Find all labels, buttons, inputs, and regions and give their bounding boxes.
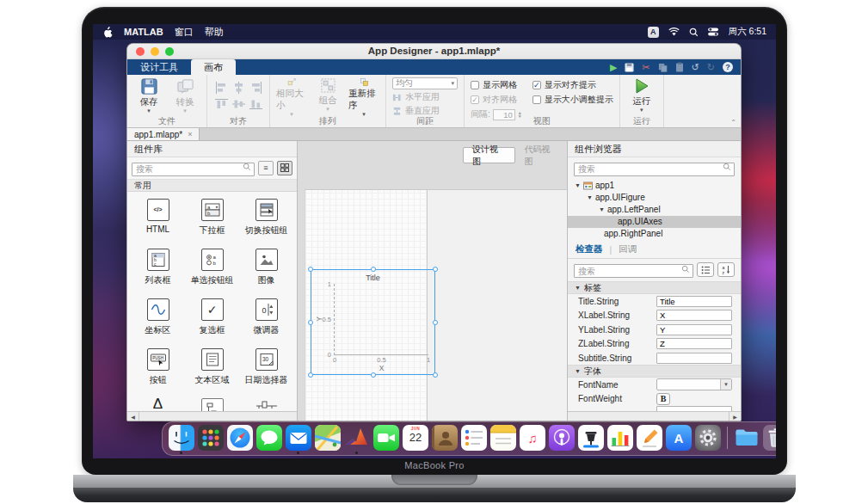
dock-item-trash[interactable] bbox=[763, 425, 776, 454]
title-string-input[interactable] bbox=[656, 296, 732, 307]
dock-item-mail[interactable] bbox=[286, 425, 311, 454]
component-partial-tree[interactable] bbox=[185, 398, 239, 412]
collapse-toolstrip-icon[interactable]: ⌃ bbox=[730, 119, 736, 126]
control-center-icon[interactable] bbox=[708, 28, 719, 36]
code-view-button[interactable]: 代码视图 bbox=[515, 147, 568, 163]
browser-search-input[interactable] bbox=[574, 163, 735, 176]
menubar-item-help[interactable]: 帮助 bbox=[205, 26, 224, 39]
library-section-common[interactable]: 常用 bbox=[127, 179, 297, 192]
dock-item-maps[interactable] bbox=[315, 425, 341, 454]
subtitle-string-input[interactable] bbox=[656, 353, 732, 364]
uiaxes-selection[interactable]: Title 1 0.5 0 0 0.5 1 Y X bbox=[311, 269, 435, 375]
snap-to-grid-checkbox[interactable]: ✓对齐网格 bbox=[471, 94, 522, 106]
show-resizing-hints-checkbox[interactable]: 显示大小调整提示 bbox=[532, 94, 613, 106]
section-labels[interactable]: ▼标签 bbox=[568, 281, 741, 294]
apple-logo-icon[interactable] bbox=[102, 26, 113, 38]
convert-button[interactable]: 转换▾ bbox=[169, 77, 200, 116]
help-icon[interactable]: ? bbox=[723, 62, 733, 72]
align-center-icon[interactable] bbox=[231, 80, 246, 95]
uifigure-surface[interactable]: Title 1 0.5 0 0 0.5 1 Y X bbox=[305, 189, 567, 421]
component-image[interactable]: 图像 bbox=[239, 249, 293, 286]
wifi-icon[interactable] bbox=[668, 28, 680, 36]
paste-icon[interactable] bbox=[675, 62, 684, 72]
dock-item-messages[interactable] bbox=[256, 425, 282, 454]
reorder-button[interactable]: 重新排序▾ bbox=[348, 77, 379, 116]
component-partial-slider[interactable] bbox=[239, 398, 293, 412]
align-top-icon[interactable] bbox=[213, 96, 229, 111]
dock-item-matlab[interactable] bbox=[344, 425, 370, 454]
library-search-input[interactable] bbox=[132, 163, 255, 176]
dock-item-settings[interactable] bbox=[695, 425, 721, 454]
save-button[interactable]: 保存▾ bbox=[133, 77, 164, 116]
component-spinner[interactable]: 0 微调器 bbox=[239, 298, 293, 336]
menubar-app-name[interactable]: MATLAB bbox=[124, 27, 163, 37]
copy-icon[interactable] bbox=[658, 63, 668, 72]
library-hscrollbar[interactable]: ◀ bbox=[127, 411, 297, 421]
minimize-window-button[interactable] bbox=[151, 47, 159, 56]
component-checkbox[interactable]: ✓ 复选框 bbox=[185, 298, 239, 336]
spotlight-search-icon[interactable] bbox=[689, 28, 699, 37]
input-method-icon[interactable]: A bbox=[648, 27, 659, 38]
component-listbox[interactable]: abc 列表框 bbox=[131, 249, 185, 286]
show-grid-checkbox[interactable]: 显示网格 bbox=[471, 79, 522, 91]
dock-item-numbers[interactable] bbox=[607, 425, 633, 454]
fontname-dropdown[interactable]: ▼ bbox=[656, 378, 732, 390]
design-view-button[interactable]: 设计视图 bbox=[463, 147, 515, 163]
dock-item-downloads-folder[interactable] bbox=[734, 425, 760, 454]
component-radiobuttongroup[interactable]: ab 单选按钮组 bbox=[185, 249, 239, 286]
spacing-mode-dropdown[interactable]: 均匀▾ bbox=[392, 77, 458, 89]
component-button[interactable]: PUSH 按钮 bbox=[131, 348, 185, 386]
align-middle-icon[interactable] bbox=[231, 96, 246, 111]
bold-button[interactable]: B bbox=[656, 393, 670, 405]
align-left-icon[interactable] bbox=[213, 80, 229, 95]
component-partial-label[interactable]: Δ bbox=[131, 398, 185, 412]
dock-item-launchpad[interactable] bbox=[198, 425, 224, 454]
tab-design-tools[interactable]: 设计工具 bbox=[127, 59, 191, 75]
browser-hscrollbar[interactable]: ▶ bbox=[568, 411, 741, 421]
inspector-search-input[interactable] bbox=[574, 264, 693, 278]
tab-callbacks[interactable]: 回调 bbox=[619, 243, 637, 255]
menubar-item-window[interactable]: 窗口 bbox=[175, 26, 194, 39]
save-quick-icon[interactable] bbox=[625, 63, 634, 72]
dock-item-music[interactable]: ♫ bbox=[520, 425, 545, 454]
dock-item-podcasts[interactable] bbox=[549, 425, 575, 454]
right-panel-design[interactable] bbox=[427, 189, 567, 421]
section-font[interactable]: ▼字体 bbox=[568, 365, 741, 378]
list-view-button[interactable]: ≡ bbox=[258, 161, 274, 175]
show-alignment-hints-checkbox[interactable]: ✓显示对齐提示 bbox=[532, 79, 613, 91]
dock-item-appstore[interactable]: A bbox=[666, 425, 692, 454]
doc-tab-app1[interactable]: app1.mlapp* × bbox=[127, 128, 200, 140]
apply-horizontally-button[interactable]: 水平应用 bbox=[392, 91, 458, 103]
dock-item-calendar[interactable]: JUN 22 bbox=[403, 425, 428, 454]
tree-item-rightpanel[interactable]: app.RightPanel bbox=[568, 228, 741, 240]
dock-item-safari[interactable] bbox=[227, 425, 253, 454]
undo-icon[interactable]: ↺ bbox=[692, 63, 699, 72]
component-dropdown[interactable]: ab 下拉框 bbox=[185, 199, 239, 237]
component-datepicker[interactable]: 30 日期选择器 bbox=[239, 348, 293, 386]
category-view-button[interactable] bbox=[697, 262, 714, 277]
tab-canvas[interactable]: 画布 bbox=[191, 59, 236, 75]
same-size-button[interactable]: 相同大小▾ bbox=[276, 77, 307, 116]
redo-icon[interactable]: ↻ bbox=[707, 63, 715, 72]
grid-view-button[interactable] bbox=[277, 161, 292, 175]
dock-item-notes[interactable] bbox=[490, 425, 516, 454]
component-axes[interactable]: 坐标区 bbox=[131, 298, 185, 336]
close-doc-tab-icon[interactable]: × bbox=[188, 130, 192, 138]
tab-inspector[interactable]: 检查器 bbox=[576, 243, 603, 255]
component-textarea[interactable]: 文本区域 bbox=[185, 348, 239, 386]
group-button[interactable]: 组合▾ bbox=[312, 77, 343, 116]
dock-item-facetime[interactable] bbox=[373, 425, 399, 454]
xlabel-string-input[interactable] bbox=[656, 310, 732, 321]
align-right-icon[interactable] bbox=[248, 80, 263, 95]
close-window-button[interactable] bbox=[136, 47, 145, 56]
run-button[interactable]: 运行▾ bbox=[626, 77, 657, 116]
component-html[interactable]: </> HTML bbox=[131, 199, 185, 237]
run-quick-icon[interactable]: ▶ bbox=[610, 63, 617, 72]
menubar-clock[interactable]: 周六 6:51 bbox=[729, 26, 766, 38]
dock-item-keynote[interactable] bbox=[578, 425, 604, 454]
dock-item-contacts[interactable] bbox=[432, 425, 458, 454]
window-titlebar[interactable]: App Designer - app1.mlapp* bbox=[127, 44, 741, 59]
zlabel-string-input[interactable] bbox=[656, 338, 732, 349]
dock-item-reminders[interactable] bbox=[461, 425, 487, 454]
dock-item-pages[interactable] bbox=[637, 425, 662, 454]
